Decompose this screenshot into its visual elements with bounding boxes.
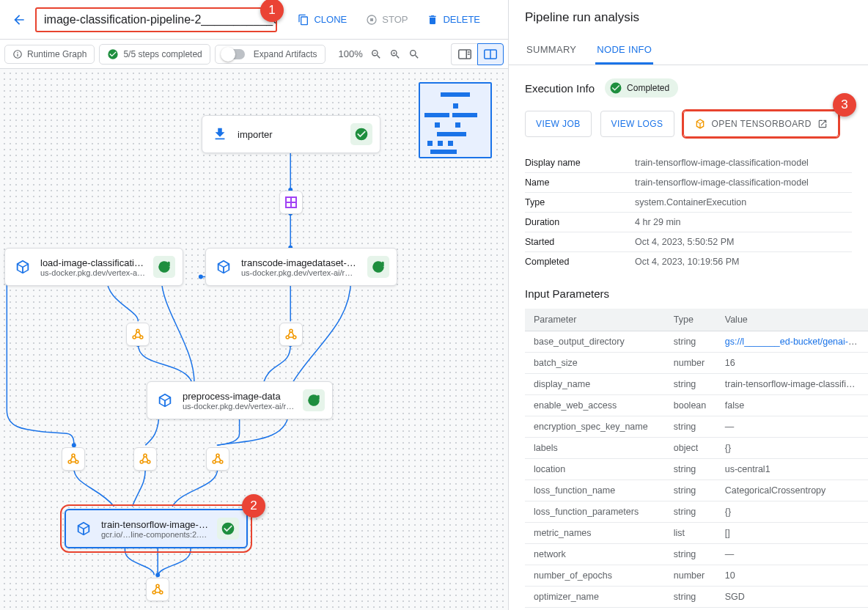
trash-icon <box>427 14 438 26</box>
cache-icon <box>306 393 321 408</box>
pipeline-title[interactable]: image-classification-pipeline-2_________… <box>35 7 277 32</box>
artifact-node[interactable] <box>206 447 229 471</box>
open-tensorboard-button[interactable]: OPEN TENSORBOARD <box>683 111 839 137</box>
zoom-reset-icon[interactable] <box>408 48 420 60</box>
artifact-node[interactable] <box>126 323 150 346</box>
clone-icon <box>298 14 309 26</box>
svg-point-32 <box>136 329 139 332</box>
info-icon <box>12 49 23 59</box>
cube-icon <box>76 521 92 537</box>
check-circle-icon <box>221 521 235 536</box>
cache-icon <box>371 260 386 274</box>
minimap[interactable] <box>419 82 492 158</box>
check-circle-icon <box>609 81 622 95</box>
artifact-icon <box>67 453 79 465</box>
node-train[interactable]: train-tensorflow-image-c… gcr.io/…line-c… <box>65 509 248 548</box>
param-row: loss_function_namestringCategoricalCross… <box>525 480 868 501</box>
zoom-in-icon[interactable] <box>389 48 401 60</box>
top-toolbar: image-classification-pipeline-2_________… <box>0 0 508 40</box>
view-logs-button[interactable]: VIEW LOGS <box>600 111 674 137</box>
stop-button[interactable]: STOP <box>358 10 415 30</box>
svg-point-38 <box>72 454 75 457</box>
node-transcode[interactable]: transcode-imagedataset-… us-docker.pkg.d… <box>205 248 397 286</box>
artifact-icon <box>139 453 151 465</box>
annotation-badge-3: 3 <box>833 93 856 117</box>
artifact-node[interactable] <box>279 191 303 214</box>
node-load[interactable]: load-image-classificatio… us-docker.pkg.… <box>4 248 183 286</box>
node-preprocess[interactable]: preprocess-image-data us-docker.pkg.dev/… <box>147 381 333 419</box>
grid-icon <box>285 196 297 208</box>
param-row: base_output_directorystringgs://l_______… <box>525 331 868 353</box>
param-row: number_of_epochsnumber10 <box>525 565 868 587</box>
tab-node-info[interactable]: NODE INFO <box>595 37 653 65</box>
input-parameters-table: Parameter Type Value base_output_directo… <box>525 309 868 610</box>
zoom-out-icon[interactable] <box>370 48 382 60</box>
sub-toolbar: Runtime Graph 5/5 steps completed Expand… <box>0 40 508 69</box>
param-row: encryption_spec_key_namestring— <box>525 416 868 438</box>
arrow-left-icon <box>12 12 26 27</box>
annotation-badge-2: 2 <box>242 494 265 518</box>
cache-icon <box>157 260 172 274</box>
param-row: batch_sizenumber16 <box>525 353 868 374</box>
param-row: enable_web_accessbooleanfalse <box>525 395 868 416</box>
view-job-button[interactable]: VIEW JOB <box>525 111 592 137</box>
zoom-level: 100% <box>339 48 363 59</box>
artifact-node[interactable] <box>279 323 303 346</box>
steps-chip: 5/5 steps completed <box>99 44 210 65</box>
cube-icon <box>157 392 173 408</box>
pipeline-canvas[interactable]: importer load-image-classificatio… us-do… <box>0 69 508 610</box>
param-row: display_namestringtrain-tensorflow-image… <box>525 374 868 395</box>
open-external-icon <box>817 119 828 129</box>
param-row: labelsobject{} <box>525 438 868 459</box>
panel-icon <box>458 49 471 59</box>
panel-title: Pipeline run analysis <box>525 10 852 25</box>
toggle-switch[interactable] <box>223 49 245 59</box>
execution-info-header: Execution Info <box>525 82 595 95</box>
view-mode-a[interactable] <box>451 43 477 65</box>
execution-kv-table: Display nametrain-tensorflow-image-class… <box>525 153 852 271</box>
artifact-node[interactable] <box>133 447 157 471</box>
download-icon <box>212 126 228 142</box>
artifact-icon <box>152 584 163 595</box>
param-row: optimizer_parametersstring{} <box>525 608 868 611</box>
node-importer[interactable]: importer <box>202 115 380 153</box>
status-chip: Completed <box>605 78 678 98</box>
tensorboard-icon <box>694 118 706 130</box>
cube-icon <box>15 259 31 275</box>
tab-summary[interactable]: SUMMARY <box>525 37 578 65</box>
delete-button[interactable]: DELETE <box>419 10 488 30</box>
artifact-icon <box>212 453 224 465</box>
stop-icon <box>366 14 378 26</box>
artifact-icon <box>285 328 297 340</box>
back-arrow[interactable] <box>6 7 32 33</box>
panel-split-icon <box>484 49 497 59</box>
view-mode-b[interactable] <box>477 43 504 65</box>
svg-point-35 <box>290 329 293 332</box>
artifact-node[interactable] <box>146 578 169 601</box>
param-value-link[interactable]: gs://l_______ed-bucket/genai-tuning-expe… <box>725 337 868 347</box>
clone-button[interactable]: CLONE <box>290 10 354 30</box>
svg-point-10 <box>199 274 203 279</box>
cube-icon <box>216 259 232 275</box>
param-row: locationstringus-central1 <box>525 459 868 480</box>
check-circle-icon <box>107 48 119 60</box>
svg-point-26 <box>155 573 160 577</box>
expand-artifacts-toggle[interactable]: Expand Artifacts <box>215 45 326 64</box>
svg-point-47 <box>156 584 159 587</box>
param-row: optimizer_namestringSGD <box>525 587 868 608</box>
runtime-graph-chip[interactable]: Runtime Graph <box>4 45 95 64</box>
param-row: networkstring— <box>525 544 868 565</box>
panel-tabs: SUMMARY NODE INFO <box>509 37 868 65</box>
artifact-icon <box>132 328 144 340</box>
input-parameters-header: Input Parameters <box>525 287 852 300</box>
param-row: metric_nameslist[] <box>525 523 868 544</box>
annotation-badge-1: 1 <box>260 0 284 22</box>
svg-point-44 <box>216 454 219 457</box>
check-circle-icon <box>354 127 369 142</box>
artifact-node[interactable] <box>62 447 85 471</box>
param-row: loss_function_parametersstring{} <box>525 501 868 523</box>
svg-point-41 <box>144 454 147 457</box>
